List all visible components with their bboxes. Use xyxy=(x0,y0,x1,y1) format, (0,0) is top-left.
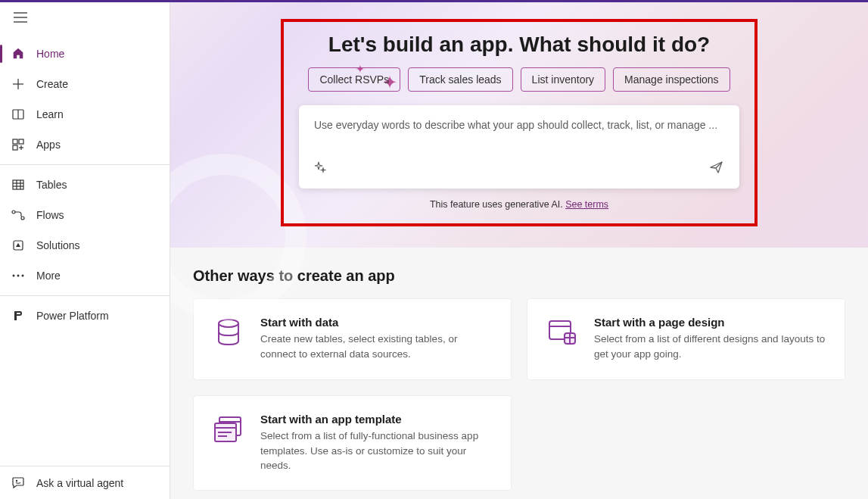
ai-disclaimer: This feature uses generative AI. See ter… xyxy=(299,199,739,210)
main-content: ✦ ✦ Let's build an app. What should it d… xyxy=(170,2,868,499)
sidebar-item-flows[interactable]: Flows xyxy=(0,200,170,230)
nav-label: Create xyxy=(36,78,68,90)
nav-label: More xyxy=(36,270,61,282)
prompt-input-box[interactable]: Use everyday words to describe what your… xyxy=(299,105,739,189)
svg-point-25 xyxy=(219,320,238,327)
apps-icon xyxy=(11,137,26,152)
more-icon xyxy=(11,268,26,283)
ask-virtual-agent[interactable]: Ask a virtual agent xyxy=(0,466,170,499)
pill-track-sales[interactable]: Track sales leads xyxy=(408,67,512,92)
plus-icon xyxy=(11,76,26,92)
svg-point-23 xyxy=(16,480,17,481)
card-desc: Select from a list of fully-functional b… xyxy=(260,429,493,473)
svg-rect-9 xyxy=(13,145,17,150)
home-icon xyxy=(11,46,26,61)
card-title: Start with data xyxy=(260,316,493,329)
svg-point-20 xyxy=(13,275,15,277)
sidebar-item-home[interactable]: Home xyxy=(0,39,170,69)
prompt-placeholder: Use everyday words to describe what your… xyxy=(314,117,724,149)
pill-collect-rsvps[interactable]: Collect RSVPs xyxy=(308,67,400,92)
ai-note-text: This feature uses generative AI. xyxy=(430,199,565,210)
card-desc: Create new tables, select existing table… xyxy=(260,332,493,361)
send-icon[interactable] xyxy=(709,160,724,178)
database-icon xyxy=(212,316,245,349)
suggestion-pills: Collect RSVPs Track sales leads List inv… xyxy=(299,67,739,92)
nav-label: Home xyxy=(36,48,64,60)
table-icon xyxy=(11,177,26,192)
nav-label: Solutions xyxy=(36,239,80,251)
sidebar-item-create[interactable]: Create xyxy=(0,69,170,99)
hero-section: ✦ ✦ Let's build an app. What should it d… xyxy=(170,2,868,248)
svg-point-18 xyxy=(21,217,24,220)
pill-list-inventory[interactable]: List inventory xyxy=(521,67,605,92)
solutions-icon xyxy=(11,238,26,253)
card-start-with-page-design[interactable]: Start with a page design Select from a l… xyxy=(527,298,845,380)
svg-point-17 xyxy=(12,211,15,214)
sparkle-icon[interactable] xyxy=(314,161,326,176)
power-platform-icon xyxy=(11,308,26,323)
nav-label: Tables xyxy=(36,179,67,191)
sidebar: Home Create Learn Apps xyxy=(0,2,170,499)
chat-icon xyxy=(11,476,26,491)
see-terms-link[interactable]: See terms xyxy=(565,199,608,210)
sidebar-item-learn[interactable]: Learn xyxy=(0,99,170,129)
flows-icon xyxy=(11,207,26,223)
template-icon xyxy=(212,413,245,446)
svg-point-21 xyxy=(17,275,20,277)
book-icon xyxy=(11,107,26,122)
card-title: Start with a page design xyxy=(594,316,826,329)
svg-rect-8 xyxy=(19,139,23,144)
nav-label: Learn xyxy=(36,108,64,120)
svg-point-22 xyxy=(22,275,24,277)
nav-label: Flows xyxy=(36,209,64,221)
sidebar-item-apps[interactable]: Apps xyxy=(0,129,170,160)
sidebar-item-solutions[interactable]: Solutions xyxy=(0,230,170,260)
card-desc: Select from a list of different designs … xyxy=(594,332,826,361)
sidebar-item-tables[interactable]: Tables xyxy=(0,170,170,200)
hamburger-icon[interactable] xyxy=(14,12,27,26)
nav-label: Apps xyxy=(36,139,61,151)
pill-manage-inspections[interactable]: Manage inspections xyxy=(613,67,730,92)
svg-rect-12 xyxy=(13,180,23,189)
card-start-with-template[interactable]: Start with an app template Select from a… xyxy=(193,395,512,491)
sidebar-item-power-platform[interactable]: Power Platform xyxy=(0,301,170,331)
ask-agent-label: Ask a virtual agent xyxy=(36,477,123,489)
copilot-panel: Let's build an app. What should it do? C… xyxy=(281,19,758,226)
nav-label: Power Platform xyxy=(36,310,109,322)
card-title: Start with an app template xyxy=(260,413,493,426)
layout-icon xyxy=(546,316,579,349)
sidebar-item-more[interactable]: More xyxy=(0,260,170,291)
hero-title: Let's build an app. What should it do? xyxy=(299,33,739,57)
svg-rect-7 xyxy=(13,139,17,144)
